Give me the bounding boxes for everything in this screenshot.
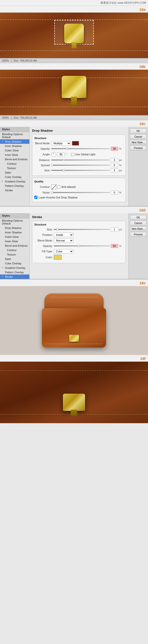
angle-input-18c[interactable] (57, 152, 65, 156)
blend-mode-select-18c[interactable]: Multiply (51, 141, 71, 146)
spread-thumb-18c[interactable] (51, 164, 53, 166)
canvas-toolbar-18a: 200% | Doc: 768,0K/10,4M (0, 58, 148, 63)
dialog-main-18d: Stroke Structure Size: px Position: Insi… (30, 213, 128, 279)
size-thumb-18c[interactable] (63, 169, 65, 171)
ok-button-18d[interactable]: OK (130, 215, 146, 220)
style-inner-shadow-18c[interactable]: Inner Shadow (0, 144, 29, 148)
style-bevel-emboss-18d[interactable]: Bevel and Emboss (0, 244, 29, 248)
zoom-18a: 200% (2, 59, 9, 62)
layer-knocks-check-18c[interactable] (34, 196, 38, 199)
style-color-overlay-18c[interactable]: Color Overlay (0, 175, 29, 179)
style-outer-glow-18d[interactable]: Outer Glow (0, 234, 29, 239)
doc-18a: Doc: 768,0K/10,4M (14, 59, 37, 62)
color-swatch-18d[interactable] (54, 255, 62, 260)
cancel-button-18c[interactable]: Cancel (130, 134, 146, 139)
distance-label-18c: Distance: (34, 158, 50, 162)
blending-options-18d: Blending Options: Default (0, 218, 29, 226)
ok-button-18c[interactable]: OK (130, 129, 146, 134)
style-contour-18d[interactable]: Contour (0, 248, 29, 252)
blend-mode-select-18d[interactable]: Normal (54, 238, 74, 243)
site-label: 慕课设计论坛 www.HESSYUPH.COM (100, 1, 146, 4)
noise-input-18c[interactable] (111, 190, 118, 194)
opacity-input-18d[interactable] (111, 244, 118, 248)
style-gradient-overlay-18d[interactable]: Gradient Overlay (0, 266, 29, 270)
use-global-light-check-18c[interactable] (71, 153, 74, 156)
style-inner-glow-18c[interactable]: Inner Glow (0, 153, 29, 157)
clasp-18f (63, 394, 85, 411)
blend-mode-label-18d: Blend Mode: (34, 239, 53, 242)
distance-input-18c[interactable] (111, 158, 118, 162)
opacity-slider-18c[interactable] (51, 148, 110, 149)
angle-dial-18c[interactable] (51, 152, 56, 157)
spread-unit-18c: % (119, 164, 123, 167)
dialog-18c: Styles Blending Options: Default Drop Sh… (0, 127, 148, 206)
fill-type-select-18d[interactable]: Color (54, 249, 74, 254)
size-input-18c[interactable] (111, 168, 118, 172)
style-bevel-emboss-18c[interactable]: Bevel and Emboss (0, 157, 29, 162)
spread-input-18c[interactable] (111, 163, 118, 167)
style-stroke-18c[interactable]: Stroke (0, 188, 29, 192)
color-label-18d: Color: (34, 256, 53, 259)
size-unit-18d: px (119, 228, 123, 231)
size-slider-18c[interactable] (51, 170, 110, 171)
style-pattern-overlay-18c[interactable]: Pattern Overlay (0, 184, 29, 188)
section-18f-label: 18f (0, 355, 148, 362)
clasp-18b (62, 76, 86, 98)
distance-thumb-18c[interactable] (63, 159, 65, 161)
noise-label-18c: Noise: (34, 191, 50, 194)
style-texture-18d[interactable]: Texture (0, 252, 29, 257)
section-18b-label: 18b (0, 63, 148, 70)
size-slider-18d[interactable] (54, 229, 110, 230)
style-gradient-overlay-18c[interactable]: Gradient Overlay (0, 179, 29, 184)
anti-aliased-label-18c: Anti-aliased (61, 185, 75, 188)
page-footer (0, 423, 148, 425)
dialog-title-18c: Drop Shadow (32, 129, 126, 132)
structure-section-18c: Structure Blend Mode: Multiply Opacity: … (32, 134, 126, 176)
style-contour-18c[interactable]: Contour (0, 162, 29, 166)
use-global-light-label-18c: Use Global Light (75, 153, 95, 156)
opacity-unit-18d: % (119, 244, 123, 248)
size-row-18d: Size: px (34, 228, 123, 232)
noise-slider-18c[interactable] (51, 192, 110, 193)
spread-label-18c: Spread: (34, 164, 50, 167)
style-drop-shadow-18d[interactable]: Drop Shadow (0, 226, 29, 230)
style-satin-18d[interactable]: Satin (0, 257, 29, 261)
size-row-18c: Size: px (34, 168, 123, 172)
position-label-18d: Position: (34, 234, 53, 236)
style-outer-glow-18c[interactable]: Outer Glow (0, 148, 29, 153)
canvas-18a (0, 12, 148, 58)
style-texture-18c[interactable]: Texture (0, 166, 29, 170)
style-inner-shadow-18d[interactable]: Inner Shadow (0, 230, 29, 234)
anti-aliased-check-18c[interactable] (57, 185, 60, 188)
opacity-thumb-18c[interactable] (66, 148, 68, 150)
style-satin-18c[interactable]: Satin (0, 170, 29, 175)
distance-slider-18c[interactable] (51, 160, 110, 160)
new-style-button-18c[interactable]: New Style... (130, 140, 146, 145)
contour-preview-18c[interactable] (51, 184, 56, 189)
preview-button-18c[interactable]: Preview (130, 146, 146, 150)
contour-label-18c: Contour: (34, 185, 50, 188)
style-stroke-18d[interactable]: Stroke (0, 274, 29, 279)
size-thumb-18d[interactable] (57, 228, 58, 230)
stitch-bottom-18b (0, 106, 148, 107)
size-unit-18c: px (119, 169, 123, 172)
style-inner-glow-18d[interactable]: Inner Glow (0, 239, 29, 244)
style-pattern-overlay-18d[interactable]: Pattern Overlay (0, 270, 29, 274)
opacity-slider-18d[interactable] (54, 246, 110, 246)
preview-button-18d[interactable]: Preview (130, 232, 146, 237)
opacity-thumb-18d[interactable] (78, 245, 80, 247)
spread-slider-18c[interactable] (51, 165, 110, 166)
fill-type-row-18d: Fill Type: Color (34, 249, 123, 254)
style-color-overlay-18d[interactable]: Color Overlay (0, 261, 29, 266)
size-input-18d[interactable] (111, 228, 118, 232)
distance-row-18c: Distance: px (34, 158, 123, 162)
position-select-18d[interactable]: Inside (54, 233, 74, 237)
noise-thumb-18c[interactable] (51, 192, 53, 194)
blend-color-swatch-18c[interactable] (72, 141, 79, 146)
opacity-input-18c[interactable]: 30 (111, 147, 118, 151)
new-style-button-18d[interactable]: New Style... (130, 226, 146, 231)
quality-title-18c: Quality (34, 180, 123, 183)
cancel-button-18d[interactable]: Cancel (130, 221, 146, 226)
opacity-row-18c: Opacity: 30 % (34, 147, 123, 151)
style-drop-shadow-18c[interactable]: Drop Shadow (0, 139, 29, 144)
